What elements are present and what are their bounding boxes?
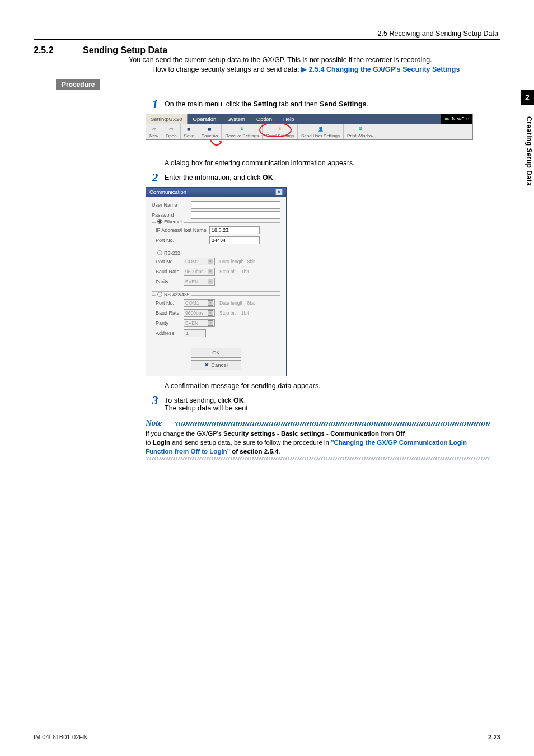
rs232-datalen-value: 8bit — [247, 259, 255, 264]
rs485-parity-label: Parity — [156, 320, 184, 326]
rs232-parity-select[interactable]: EVEN▾ — [184, 278, 215, 286]
rs232-port-label: Port No. — [156, 259, 184, 264]
chevron-down-icon: ▾ — [208, 310, 213, 316]
rs485-stopbit-label: Stop bit — [219, 310, 236, 316]
username-label: User Name — [152, 202, 191, 208]
how-prefix: How to change security settings and send… — [152, 66, 301, 73]
floppy-plus-icon: ◼ — [208, 125, 212, 133]
cancel-icon: ✕ — [204, 362, 209, 368]
step-number: 3 — [146, 394, 165, 407]
ip-label: IP Address/Host Name — [156, 227, 209, 233]
rs485-address-field[interactable] — [184, 329, 206, 337]
communication-dialog: Communication✕ User Name Password Ethern… — [146, 187, 287, 376]
port-label: Port No. — [156, 237, 209, 243]
rs485-baud-label: Baud Rate — [156, 310, 184, 316]
titlebar-filename: ■▸NewFile — [441, 114, 472, 124]
step1-result: A dialog box for entering communication … — [165, 159, 500, 167]
rs232-port-select[interactable]: COM1▾ — [184, 258, 215, 265]
footer-docid: IM 04L61B01-02EN — [34, 734, 88, 740]
chevron-down-icon: ▾ — [208, 279, 213, 284]
save-as-button[interactable]: ◼Save As — [198, 124, 222, 139]
section-number: 2.5.2 — [34, 45, 83, 55]
rs485-parity-select[interactable]: EVEN▾ — [184, 319, 215, 327]
rs232-stopbit-value: 1bit — [241, 269, 249, 274]
step-number: 1 — [146, 98, 165, 110]
password-field[interactable] — [191, 211, 280, 219]
chevron-down-icon: ▾ — [208, 300, 213, 306]
rs232-baud-label: Baud Rate — [156, 269, 184, 274]
rs485-port-label: Port No. — [156, 300, 184, 306]
security-settings-link[interactable]: 2.5.4 Changing the GX/GP's Security Sett… — [309, 66, 460, 73]
floppy-icon: ◼ — [187, 125, 191, 133]
chevron-down-icon: ▾ — [208, 259, 213, 264]
callout-arrow-icon — [208, 140, 500, 151]
step-number: 2 — [146, 171, 165, 184]
note-bottom-rule — [146, 457, 490, 460]
printer-icon: 🖶 — [358, 125, 363, 133]
breadcrumb: 2.5 Receiving and Sending Setup Data — [34, 30, 500, 38]
rs485-datalen-value: 8bit — [247, 300, 255, 306]
ok-button[interactable]: OK — [191, 348, 241, 358]
step-text: On the main menu, click the Setting tab … — [165, 98, 515, 108]
password-label: Password — [152, 212, 191, 218]
intro-paragraph: You can send the current setup data to t… — [129, 55, 498, 65]
print-window-button[interactable]: 🖶Print Window — [344, 124, 377, 139]
download-icon: ⬇ — [240, 125, 244, 133]
rs485-port-select[interactable]: COM1▾ — [184, 299, 215, 307]
chapter-tab: 2 — [521, 90, 534, 105]
note-body: If you change the GX/GP's Security setti… — [146, 428, 490, 457]
chevron-down-icon: ▾ — [208, 269, 213, 274]
new-button[interactable]: ▱New — [146, 124, 162, 139]
send-settings-button[interactable]: ⬆Send Settings — [263, 124, 298, 139]
step-text: To start sending, click OK. The setup da… — [165, 394, 515, 412]
folder-open-icon: ▭ — [169, 125, 174, 133]
rs232-stopbit-label: Stop bit — [219, 269, 236, 274]
save-button[interactable]: ◼Save — [181, 124, 198, 139]
procedure-label: Procedure — [56, 79, 100, 90]
note-stripe-decoration — [175, 422, 490, 426]
step-text: Enter the information, and click OK. — [165, 171, 515, 181]
upload-icon: ⬆ — [278, 125, 282, 133]
chapter-name: Creating Setup Data — [525, 116, 533, 186]
dialog-title: Communication — [149, 189, 186, 195]
menu-operation[interactable]: Operation — [188, 114, 222, 124]
open-button[interactable]: ▭Open — [162, 124, 181, 139]
ip-field[interactable] — [209, 226, 260, 234]
receive-settings-button[interactable]: ⬇Receive Settings — [222, 124, 263, 139]
port-field[interactable] — [209, 236, 260, 244]
rs485-address-label: Address — [156, 330, 184, 336]
send-user-settings-button[interactable]: 👤Send User Settings — [298, 124, 344, 139]
chevron-down-icon: ▾ — [208, 320, 213, 326]
app-toolbar-screenshot: Setting:GX20 Operation System Option Hel… — [146, 114, 473, 140]
rs485-stopbit-value: 1bit — [241, 310, 249, 316]
menu-system[interactable]: System — [222, 114, 251, 124]
rs232-parity-label: Parity — [156, 279, 184, 284]
rs485-datalen-label: Data length — [219, 300, 243, 306]
username-field[interactable] — [191, 201, 280, 209]
rs485-baud-select[interactable]: 9600bps▾ — [184, 309, 215, 317]
menu-option[interactable]: Option — [251, 114, 278, 124]
user-upload-icon: 👤 — [318, 125, 324, 133]
tab-setting[interactable]: Setting:GX20 — [146, 114, 188, 124]
file-icon: ▱ — [152, 125, 156, 133]
rs485-radio[interactable] — [157, 292, 162, 297]
close-icon[interactable]: ✕ — [275, 189, 283, 195]
cancel-button[interactable]: ✕Cancel — [191, 360, 241, 370]
step2-result: A confirmation message for sending data … — [165, 382, 500, 390]
menu-help[interactable]: Help — [278, 114, 300, 124]
section-title: Sending Setup Data — [83, 45, 167, 55]
rs232-baud-select[interactable]: 9600bps▾ — [184, 268, 215, 276]
rs232-radio[interactable] — [157, 250, 162, 255]
ethernet-radio[interactable] — [157, 219, 162, 224]
footer-page: 2-23 — [488, 734, 500, 740]
note-label: Note — [146, 418, 162, 428]
rs232-datalen-label: Data length — [219, 259, 243, 264]
play-icon: ▶ — [301, 66, 307, 73]
